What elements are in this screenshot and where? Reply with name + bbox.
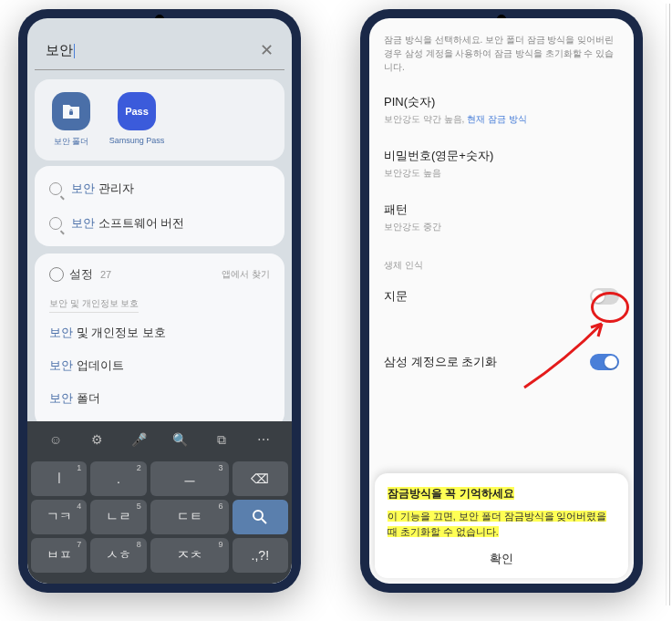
screen-right: 잠금 방식을 선택하세요. 보안 폴더 잠금 방식을 잊어버린 경우 삼성 계정… [369,18,634,584]
confirm-button[interactable]: 확인 [388,540,615,571]
search-icon [49,217,62,230]
pass-icon: Pass [118,92,156,130]
gear-icon [49,267,64,282]
settings-section-label: 보안 및 개인정보 보호 [49,297,139,313]
settings-icon[interactable]: ⚙ [86,429,108,450]
mic-icon[interactable]: 🎤 [128,429,150,450]
settings-count: 27 [100,269,111,280]
key[interactable]: .2 [90,461,146,496]
key[interactable]: ㄴㄹ5 [90,500,146,534]
suggestion-item[interactable]: 보안 소프트웨어 버전 [35,206,284,241]
sheet-body: 이 기능을 끄면, 보안 폴더 잠금방식을 잊어버렸을 때 초기화할 수 없습니… [388,511,606,537]
settings-item[interactable]: 보안 폴더 [49,382,270,415]
confirm-sheet: 잠금방식을 꼭 기억하세요 이 기능을 끄면, 보안 폴더 잠금방식을 잊어버렸… [375,473,628,578]
key[interactable]: ㅡ3 [150,461,229,496]
svg-line-2 [262,519,266,523]
search-input[interactable]: 보안 [46,42,253,59]
suggestions-card: 보안 관리자 보안 소프트웨어 버전 [35,166,284,246]
app-label: 보안 폴더 [54,136,89,148]
lock-description: 잠금 방식을 선택하세요. 보안 폴더 잠금 방식을 잊어버린 경우 삼성 계정… [369,27,634,83]
settings-item[interactable]: 보안 업데이트 [49,349,270,382]
search-key[interactable] [233,500,288,534]
samsung-reset-toggle[interactable] [590,354,619,370]
phone-left: 보안 ✕ 보안 폴더 Pass Samsung Pass 보안 관 [18,9,301,593]
key[interactable]: ㅈㅊ9 [150,538,229,573]
samsung-account-reset-option[interactable]: 삼성 계정으로 초기화 [369,343,634,381]
fingerprint-toggle[interactable] [590,288,619,305]
lock-option-password[interactable]: 비밀번호(영문+숫자) 보안강도 높음 [369,137,634,191]
search-bar[interactable]: 보안 ✕ [35,31,284,70]
clear-icon[interactable]: ✕ [260,40,274,60]
find-in-app-link[interactable]: 앱에서 찾기 [222,268,270,281]
app-samsung-pass[interactable]: Pass Samsung Pass [113,92,160,148]
svg-point-1 [253,511,263,520]
backspace-key[interactable]: ⌫ [233,461,288,496]
search-icon [49,182,62,195]
apps-card: 보안 폴더 Pass Samsung Pass [35,79,284,160]
app-secure-folder[interactable]: 보안 폴더 [47,92,95,148]
key[interactable]: ㅂㅍ7 [31,538,87,573]
settings-title: 설정 [69,266,93,283]
svg-rect-0 [69,111,73,115]
translate-icon[interactable]: ⧉ [211,429,233,450]
lock-option-pattern[interactable]: 패턴 보안강도 중간 [369,191,634,244]
key[interactable]: ㄷㅌ6 [150,500,229,534]
settings-card: 설정 27 앱에서 찾기 보안 및 개인정보 보호 보안 및 개인정보 보호 보… [35,254,284,428]
suggestion-item[interactable]: 보안 관리자 [35,171,284,206]
key[interactable]: ㅅㅎ8 [90,538,146,573]
fingerprint-option[interactable]: 지문 [369,277,634,316]
settings-item[interactable]: 보안 및 개인정보 보호 [49,316,270,349]
sheet-title: 잠금방식을 꼭 기억하세요 [388,487,514,500]
more-icon[interactable]: ⋯ [253,429,274,450]
lock-option-pin[interactable]: PIN(숫자) 보안강도 약간 높음, 현재 잠금 방식 [369,83,634,137]
key[interactable]: ㄱㅋ4 [31,500,87,534]
key[interactable]: ㅣ1 [31,461,87,496]
screen-left: 보안 ✕ 보안 폴더 Pass Samsung Pass 보안 관 [27,18,292,584]
search-kbd-icon[interactable]: 🔍 [170,429,191,450]
biometrics-section-label: 생체 인식 [369,244,634,277]
keyboard: ☺ ⚙ 🎤 🔍 ⧉ ⋯ ㅣ1 .2 ㅡ3 ⌫ ㄱㅋ4 ㄴㄹ5 ㄷㅌ6 [27,421,292,584]
folder-icon [52,92,90,130]
emoji-icon[interactable]: ☺ [45,429,67,450]
app-label: Samsung Pass [109,136,165,145]
key[interactable]: .,?! [233,538,288,573]
phone-right: 잠금 방식을 선택하세요. 보안 폴더 잠금 방식을 잊어버린 경우 삼성 계정… [360,9,643,593]
